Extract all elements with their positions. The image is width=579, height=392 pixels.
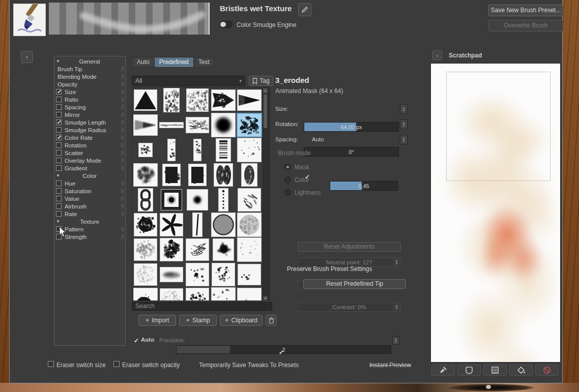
brush-tip-scribble[interactable] [186,239,209,260]
brush-tip-bark-strip[interactable] [164,88,179,112]
brush-tip-chain-link[interactable] [138,189,153,211]
option-checkbox[interactable] [56,165,62,171]
reset-adjustments-button[interactable]: Reset Adjustments [298,242,401,252]
option-checkbox[interactable] [56,150,62,156]
option-checkbox[interactable] [56,142,62,148]
size-slider[interactable]: 64,00 px [304,122,399,132]
brush-tip-splatter-dots[interactable] [212,263,235,286]
brush-tip-dot-column[interactable] [219,189,228,211]
brush-tip-ink-blot[interactable] [213,239,234,260]
contrast-field[interactable]: Contrast: 0% ▲▼ [298,303,401,312]
brush-tip-leaf-star[interactable] [160,214,183,236]
options-item-gradient[interactable]: Gradient [54,164,125,172]
brush-tip-horizontal-smudge[interactable] [160,267,183,282]
options-item-saturation[interactable]: Saturation [54,187,125,195]
brush-tip-marks-strip-2[interactable] [194,139,201,161]
brush-tip-dark-smear[interactable] [238,288,261,301]
precision-spinner[interactable]: ▲▼ [392,336,399,345]
import-button[interactable]: Import [138,315,176,326]
brush-tip-eroded-selected[interactable] [238,114,261,136]
option-checkbox[interactable] [56,188,62,194]
precision-auto-checkbox[interactable] [133,338,139,344]
options-item-rotation[interactable]: Rotation [54,141,125,149]
brush-tip-soft-round[interactable] [212,113,235,137]
options-section-color[interactable]: ▼Color [54,172,125,179]
brush-tip-small-marks[interactable] [238,264,260,285]
brush-tip-smear-texture[interactable] [186,117,209,133]
brush-tip-dark-rect[interactable] [163,164,180,186]
scratchpad-canvas[interactable] [430,63,561,363]
spacing-spinner[interactable]: ▲▼ [400,135,408,144]
option-checkbox[interactable] [56,97,62,102]
brush-tip-small-splat[interactable] [139,143,152,157]
brush-tip-cone-soft[interactable] [134,115,157,135]
option-checkbox[interactable] [56,158,62,163]
brush-tip-scratches[interactable] [238,189,260,211]
brush-tip-triangle[interactable] [134,90,157,110]
scratchpad-button-gradient[interactable] [483,365,507,376]
footer-checkbox-0[interactable] [48,361,54,367]
option-checkbox[interactable] [56,211,62,217]
save-new-brush-preset-button[interactable]: Save New Brush Preset... [488,5,563,16]
options-item-rate[interactable]: Rate [54,210,125,218]
rotation-spinner[interactable]: ▲▼ [400,119,408,129]
spacing-slider[interactable]: 0,45 [330,181,398,191]
rename-preset-button[interactable] [298,3,311,16]
stamp-button[interactable]: Stamp [179,315,217,326]
options-item-color-rate[interactable]: Color Rate [54,134,125,141]
search-input[interactable]: Search [132,302,272,311]
scratchpad-button-fill[interactable] [509,365,533,376]
brush-tip-dots-row9[interactable] [186,288,209,301]
brush-tip-dark-rect-2[interactable] [189,164,206,186]
scroll-up-arrow[interactable]: ▲ [263,88,268,94]
reset-predefined-tip-button[interactable]: Reset Predefined Tip [303,279,406,289]
options-item-hue[interactable]: Hue [54,179,125,187]
scroll-down-arrow[interactable]: ▼ [263,296,268,301]
option-checkbox[interactable] [56,89,62,95]
brush-mode-radio-color[interactable] [284,176,291,183]
brush-tip-soft-dot[interactable] [187,190,208,210]
options-item-scatter[interactable]: Scatter [54,149,125,157]
scratchpad-button-shield[interactable] [457,365,481,376]
options-item-overlay-mode[interactable]: Overlay Mode [54,157,125,164]
engine-toggle[interactable] [219,21,233,28]
options-item-airbrush[interactable]: Airbrush [54,202,125,210]
brush-tip-round-splat[interactable] [134,214,157,236]
brush-tip-grain-disc[interactable] [134,264,157,285]
size-spinner[interactable]: ▲▼ [400,104,408,114]
brush-tip-dense-splat[interactable] [160,238,183,261]
option-checkbox[interactable] [56,127,62,133]
options-item-opacity[interactable]: Opacity [54,80,125,88]
brush-tip-marks-strip[interactable] [168,139,175,161]
brush-tip-fuzzy-disc[interactable] [134,239,157,260]
brush-tip-rough-arrowhead[interactable] [212,90,235,110]
tab-auto[interactable]: Auto [132,57,154,68]
brush-tip-grain-disc-2[interactable] [160,289,183,301]
brush-mode-radio-mask[interactable] [284,164,291,170]
scratchpad-button-paintbrush[interactable] [431,365,455,376]
brush-tip-fuzzy-blob[interactable] [134,164,157,186]
brush-tip-dark-disc[interactable] [134,288,157,301]
options-section-general[interactable]: ▼General [54,57,125,65]
brush-tip-gray-texture-circle[interactable] [238,213,261,236]
option-checkbox[interactable] [56,112,62,117]
options-item-mirror[interactable]: Mirror [54,111,125,118]
rotation-slider[interactable]: 0° [304,147,399,157]
option-checkbox[interactable] [56,104,62,110]
scratchpad-button-block[interactable] [535,365,559,376]
options-item-brush-tip[interactable]: Brush Tip [54,65,125,73]
options-item-ratio[interactable]: Ratio [54,96,125,103]
collapse-panel-button[interactable]: ‹ [21,51,33,63]
options-item-blending-mode[interactable]: Blending Mode [54,73,125,80]
tag-filter-dropdown[interactable]: All ▾ [132,76,245,86]
brush-tip-thin-line[interactable] [160,123,183,128]
brush-tip-rough-square[interactable] [187,89,208,111]
grid-scrollbar[interactable]: ▲ ▼ [263,87,269,301]
brush-tip-gray-circle[interactable] [212,213,235,236]
tag-button[interactable]: Tag [249,76,273,86]
brush-tip-dots-row9b[interactable] [212,288,235,301]
delete-tip-button[interactable] [266,315,277,326]
brush-tip-sponge-pair[interactable] [214,164,233,186]
preserve-settings-checkbox[interactable] [278,349,284,355]
options-item-size[interactable]: Size [54,88,125,96]
